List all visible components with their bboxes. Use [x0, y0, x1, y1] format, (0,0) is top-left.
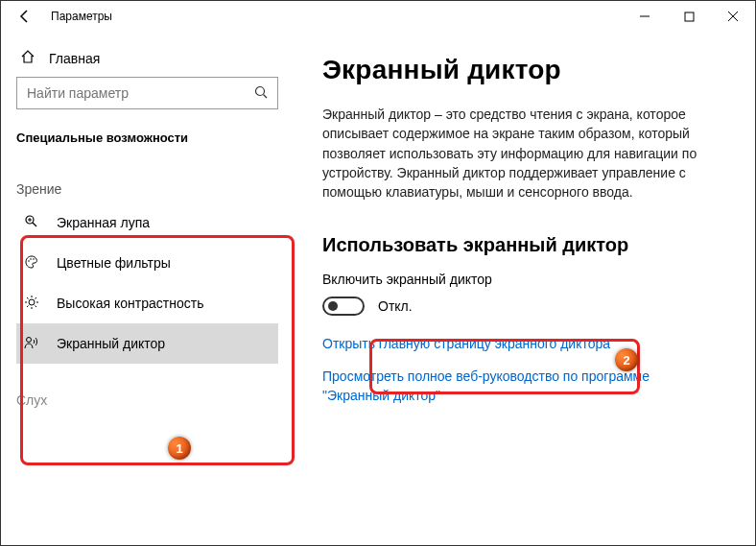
narrator-icon — [24, 335, 41, 353]
svg-point-4 — [256, 86, 265, 95]
sidebar: Главная Специальные возможности Зрение Э… — [1, 32, 294, 545]
svg-line-21 — [35, 297, 37, 299]
home-icon — [20, 49, 35, 67]
arrow-left-icon — [17, 9, 33, 24]
sidebar-item-color-filters[interactable]: Цветные фильтры — [16, 243, 278, 283]
window-controls — [623, 1, 755, 32]
toggle-state: Откл. — [378, 298, 413, 314]
search-box[interactable] — [16, 77, 278, 109]
svg-rect-1 — [685, 12, 694, 21]
close-button[interactable] — [711, 1, 755, 32]
maximize-button[interactable] — [667, 1, 711, 32]
toggle-label: Включить экранный диктор — [322, 272, 721, 287]
svg-line-19 — [35, 305, 37, 307]
titlebar: Параметры — [1, 1, 755, 32]
window-title: Параметры — [51, 10, 112, 23]
sidebar-home[interactable]: Главная — [16, 41, 278, 77]
search-icon — [254, 85, 268, 102]
svg-point-10 — [28, 260, 30, 262]
close-icon — [727, 11, 739, 22]
svg-line-5 — [264, 94, 268, 98]
sidebar-item-label: Высокая контрастность — [57, 296, 203, 311]
svg-point-22 — [27, 337, 32, 342]
magnifier-icon — [24, 214, 41, 232]
link-narrator-home[interactable]: Открыть главную страницу экранного дикто… — [322, 335, 706, 354]
svg-line-7 — [33, 223, 36, 226]
sidebar-item-magnifier[interactable]: Экранная лупа — [16, 202, 278, 243]
annotation-callout-2: 2 — [615, 348, 638, 371]
svg-line-18 — [27, 297, 29, 299]
svg-point-11 — [30, 258, 32, 260]
palette-icon — [24, 254, 41, 273]
svg-line-20 — [27, 305, 29, 307]
sidebar-section-title: Специальные возможности — [16, 131, 278, 145]
back-button[interactable] — [11, 2, 39, 31]
group-vision-label: Зрение — [16, 172, 278, 202]
maximize-icon — [684, 12, 695, 22]
search-input[interactable] — [27, 85, 254, 101]
use-narrator-heading: Использовать экранный диктор — [322, 234, 721, 256]
page-description: Экранный диктор – это средство чтения с … — [322, 105, 721, 202]
sidebar-item-label: Экранный диктор — [57, 336, 165, 351]
svg-point-12 — [33, 258, 35, 260]
narrator-toggle[interactable] — [322, 297, 365, 316]
annotation-callout-1: 1 — [168, 437, 191, 460]
minimize-button[interactable] — [623, 1, 667, 32]
page-title: Экранный диктор — [322, 55, 721, 85]
sidebar-home-label: Главная — [49, 51, 100, 66]
brightness-icon — [24, 295, 41, 313]
link-narrator-guide[interactable]: Просмотреть полное веб-руководство по пр… — [322, 368, 706, 405]
group-hearing-label: Слух — [16, 381, 278, 408]
minimize-icon — [639, 11, 650, 22]
sidebar-item-narrator[interactable]: Экранный диктор — [16, 323, 278, 364]
sidebar-item-label: Цветные фильтры — [57, 255, 171, 271]
sidebar-item-high-contrast[interactable]: Высокая контрастность — [16, 283, 278, 323]
toggle-knob — [328, 301, 338, 311]
main-content: Экранный диктор Экранный диктор – это ср… — [294, 32, 755, 545]
sidebar-item-label: Экранная лупа — [57, 215, 150, 230]
svg-point-13 — [29, 299, 35, 305]
